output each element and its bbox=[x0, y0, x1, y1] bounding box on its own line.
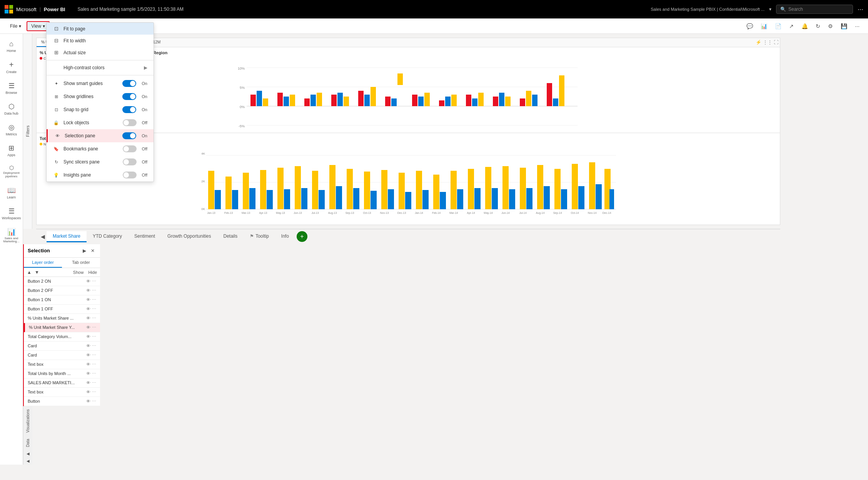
more-icon[interactable]: ⋯ bbox=[92, 353, 96, 358]
share-icon[interactable]: ↗ bbox=[787, 22, 796, 31]
search-box[interactable]: 🔍 Search bbox=[776, 5, 853, 14]
fullscreen-icon[interactable]: ⛶ bbox=[774, 40, 778, 45]
more-icon[interactable]: ⋯ bbox=[92, 343, 96, 348]
visual-icon[interactable]: 📊 bbox=[758, 22, 770, 31]
sel-item-btn1-off[interactable]: Button 1 OFF 👁 ⋯ bbox=[24, 305, 100, 314]
dropdown-smart-guides[interactable]: ✦ Show smart guides On bbox=[47, 77, 154, 90]
insights-toggle[interactable] bbox=[123, 172, 137, 178]
dropdown-actual-size[interactable]: ⊞ Actual size bbox=[47, 47, 154, 58]
dropdown-snap-grid[interactable]: ⊡ Snap to grid On bbox=[47, 103, 154, 116]
more-icon[interactable]: ⋯ bbox=[92, 316, 96, 321]
more-icon[interactable]: ··· bbox=[853, 22, 862, 31]
visibility-icon[interactable]: 👁 bbox=[86, 334, 90, 339]
more-icon[interactable]: ⋯ bbox=[92, 399, 96, 404]
dropdown-sync-slicers[interactable]: ↻ Sync slicers pane Off bbox=[47, 155, 154, 168]
sel-item-text-box1[interactable]: Text box 👁 ⋯ bbox=[24, 360, 100, 369]
tab-layer-order[interactable]: Layer order bbox=[24, 258, 62, 268]
visibility-icon[interactable]: 👁 bbox=[86, 307, 90, 312]
visibility-icon[interactable]: 👁 bbox=[86, 288, 90, 293]
dropdown-selection-pane[interactable]: 👁 Selection pane On bbox=[47, 129, 154, 142]
visibility-icon[interactable]: 👁 bbox=[86, 353, 90, 358]
tab-market-share[interactable]: Market Share bbox=[47, 231, 87, 242]
visibility-icon[interactable]: 👁 bbox=[86, 325, 90, 330]
sel-item-total-units-month[interactable]: Total Units by Month ... 👁 ⋯ bbox=[24, 369, 100, 378]
more-visual-icon[interactable]: ⋮⋮ bbox=[763, 40, 772, 45]
gridlines-toggle[interactable] bbox=[122, 93, 136, 100]
sidebar-item-workspaces[interactable]: ☰ Workspaces bbox=[2, 204, 22, 223]
selection-pane-toggle[interactable] bbox=[122, 132, 136, 139]
sel-item-text-box2[interactable]: Text box 👁 ⋯ bbox=[24, 388, 100, 397]
tab-info[interactable]: Info bbox=[275, 231, 295, 242]
sidebar-item-apps[interactable]: ⊞ Apps bbox=[2, 141, 22, 160]
sidebar-item-metrics[interactable]: ◎ Metrics bbox=[2, 120, 22, 139]
sync-slicers-toggle[interactable] bbox=[123, 158, 137, 165]
filter-icon[interactable]: ⚡ bbox=[756, 40, 761, 45]
tab-tab-order[interactable]: Tab order bbox=[62, 258, 100, 268]
sidebar-item-create[interactable]: + Create bbox=[2, 57, 22, 77]
visibility-icon[interactable]: 👁 bbox=[86, 362, 90, 367]
hide-button[interactable]: Hide bbox=[88, 270, 97, 275]
sel-item-units-market-share[interactable]: % Units Market Share ... 👁 ⋯ bbox=[24, 314, 100, 323]
visibility-icon[interactable]: 👁 bbox=[86, 297, 90, 302]
tab-sentiment[interactable]: Sentiment bbox=[128, 231, 161, 242]
selection-panel-close-icon[interactable]: ✕ bbox=[89, 247, 96, 254]
dropdown-gridlines[interactable]: ⊞ Show gridlines On bbox=[47, 90, 154, 103]
selection-panel-expand-icon[interactable]: ▶ bbox=[81, 247, 88, 254]
sidebar-item-home[interactable]: ⌂ Home bbox=[2, 37, 22, 56]
more-icon[interactable]: ⋯ bbox=[92, 297, 96, 302]
lock-objects-toggle[interactable] bbox=[123, 119, 137, 126]
more-icon[interactable]: ⋯ bbox=[92, 325, 96, 330]
dropdown-fit-page[interactable]: ⊡ Fit to page bbox=[47, 23, 154, 35]
dropdown-fit-width[interactable]: ⊟ Fit to width bbox=[47, 35, 154, 47]
vert-chevron-left-1[interactable]: ◀ bbox=[25, 450, 31, 457]
more-options-icon[interactable]: ··· bbox=[858, 5, 863, 13]
file-menu-button[interactable]: File ▾ bbox=[6, 22, 25, 30]
sel-item-total-cat-vol[interactable]: Total Category Volum... 👁 ⋯ bbox=[24, 332, 100, 342]
subscribe-icon[interactable]: 🔔 bbox=[799, 22, 810, 31]
dropdown-insights[interactable]: 💡 Insights pane Off bbox=[47, 168, 154, 182]
sidebar-item-browse[interactable]: ☰ Browse bbox=[2, 78, 22, 98]
visibility-icon[interactable]: 👁 bbox=[86, 279, 90, 284]
vert-label-data[interactable]: Data bbox=[25, 436, 31, 450]
sel-item-btn1-on[interactable]: Button 1 ON 👁 ⋯ bbox=[24, 295, 100, 305]
visibility-icon[interactable]: 👁 bbox=[86, 371, 90, 376]
sort-down-icon[interactable]: ▼ bbox=[35, 270, 39, 275]
more-icon[interactable]: ⋯ bbox=[92, 380, 96, 385]
sidebar-item-learn[interactable]: 📖 Learn bbox=[2, 183, 22, 202]
sel-item-btn2-on[interactable]: Button 2 ON 👁 ⋯ bbox=[24, 277, 100, 286]
tab-ytd-category[interactable]: YTD Category bbox=[87, 231, 128, 242]
sidebar-item-deployment[interactable]: ⬡ Deployment pipelines bbox=[2, 162, 22, 182]
comment-icon[interactable]: 💬 bbox=[744, 22, 755, 31]
more-icon[interactable]: ⋯ bbox=[92, 288, 96, 293]
more-icon[interactable]: ⋯ bbox=[92, 371, 96, 376]
more-icon[interactable]: ⋯ bbox=[92, 307, 96, 312]
settings-icon[interactable]: ⚙ bbox=[826, 22, 835, 31]
dropdown-bookmarks[interactable]: 🔖 Bookmarks pane Off bbox=[47, 142, 154, 155]
sidebar-item-datahub[interactable]: ⬡ Data hub bbox=[2, 99, 22, 118]
bookmarks-toggle[interactable] bbox=[123, 145, 137, 152]
sel-item-card1[interactable]: Card 👁 ⋯ bbox=[24, 342, 100, 351]
sel-item-button[interactable]: Button 👁 ⋯ bbox=[24, 397, 100, 406]
more-icon[interactable]: ⋯ bbox=[92, 279, 96, 284]
visibility-icon[interactable]: 👁 bbox=[86, 380, 90, 385]
vert-chevron-left-2[interactable]: ◀ bbox=[25, 457, 31, 465]
sidebar-item-sales[interactable]: 📊 Sales and Marketing... bbox=[2, 225, 22, 247]
snap-grid-toggle[interactable] bbox=[122, 106, 136, 113]
visibility-icon[interactable]: 👁 bbox=[86, 399, 90, 404]
show-button[interactable]: Show bbox=[73, 270, 84, 275]
sel-item-unit-market-share-y[interactable]: % Unit Market Share Y... 👁 ⋯ bbox=[24, 323, 100, 332]
save-icon[interactable]: 💾 bbox=[838, 22, 850, 31]
sel-item-card2[interactable]: Card 👁 ⋯ bbox=[24, 351, 100, 360]
tab-tooltip[interactable]: ⚑ Tooltip bbox=[244, 231, 275, 242]
filters-strip[interactable]: Filters bbox=[23, 34, 32, 229]
more-icon[interactable]: ⋯ bbox=[92, 334, 96, 339]
refresh-icon[interactable]: ↻ bbox=[813, 22, 823, 31]
doc-path-expand-icon[interactable]: ▾ bbox=[769, 7, 771, 12]
sel-item-btn2-off[interactable]: Button 2 OFF 👁 ⋯ bbox=[24, 286, 100, 295]
tab-growth-opportunities[interactable]: Growth Opportunities bbox=[161, 231, 217, 242]
add-tab-button[interactable]: + bbox=[297, 231, 307, 242]
dropdown-lock-objects[interactable]: 🔒 Lock objects Off bbox=[47, 116, 154, 129]
visibility-icon[interactable]: 👁 bbox=[86, 390, 90, 395]
sort-up-icon[interactable]: ▲ bbox=[27, 270, 32, 275]
page-icon[interactable]: 📄 bbox=[773, 22, 784, 31]
